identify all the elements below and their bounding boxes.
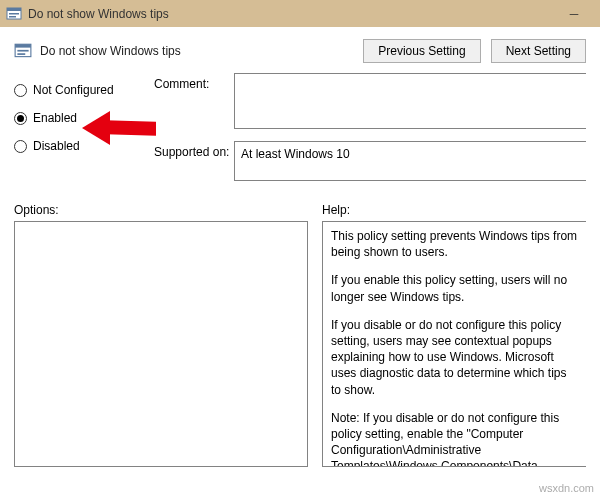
header: Do not show Windows tips Previous Settin… xyxy=(0,27,600,73)
radio-icon xyxy=(14,84,27,97)
svg-rect-5 xyxy=(15,44,31,47)
comment-input[interactable] xyxy=(234,73,586,129)
titlebar: Do not show Windows tips ─ xyxy=(0,0,600,27)
minimize-button[interactable]: ─ xyxy=(554,0,594,27)
page-title: Do not show Windows tips xyxy=(40,44,355,58)
comment-label: Comment: xyxy=(154,73,234,129)
svg-rect-2 xyxy=(9,13,19,15)
help-text: If you enable this policy setting, users… xyxy=(331,272,578,304)
svg-rect-3 xyxy=(9,16,16,18)
supported-on-label: Supported on: xyxy=(154,141,234,181)
svg-rect-1 xyxy=(7,8,21,11)
watermark: wsxdn.com xyxy=(539,482,594,494)
window-title: Do not show Windows tips xyxy=(28,7,169,21)
supported-on-value: At least Windows 10 xyxy=(234,141,586,181)
policy-icon xyxy=(14,42,32,60)
policy-icon xyxy=(6,6,22,22)
options-pane xyxy=(14,221,308,467)
help-text: If you disable or do not configure this … xyxy=(331,317,578,398)
svg-rect-7 xyxy=(17,53,25,55)
help-text: Note: If you disable or do not configure… xyxy=(331,410,578,467)
radio-label: Enabled xyxy=(33,111,77,125)
radio-enabled[interactable]: Enabled xyxy=(14,111,154,125)
help-pane: This policy setting prevents Windows tip… xyxy=(322,221,586,467)
help-text: This policy setting prevents Windows tip… xyxy=(331,228,578,260)
radio-label: Not Configured xyxy=(33,83,114,97)
svg-rect-6 xyxy=(17,50,28,52)
previous-setting-button[interactable]: Previous Setting xyxy=(363,39,480,63)
radio-icon xyxy=(14,112,27,125)
radio-not-configured[interactable]: Not Configured xyxy=(14,83,154,97)
radio-disabled[interactable]: Disabled xyxy=(14,139,154,153)
radio-label: Disabled xyxy=(33,139,80,153)
help-label: Help: xyxy=(322,203,350,217)
options-label: Options: xyxy=(14,203,322,217)
next-setting-button[interactable]: Next Setting xyxy=(491,39,586,63)
radio-icon xyxy=(14,140,27,153)
